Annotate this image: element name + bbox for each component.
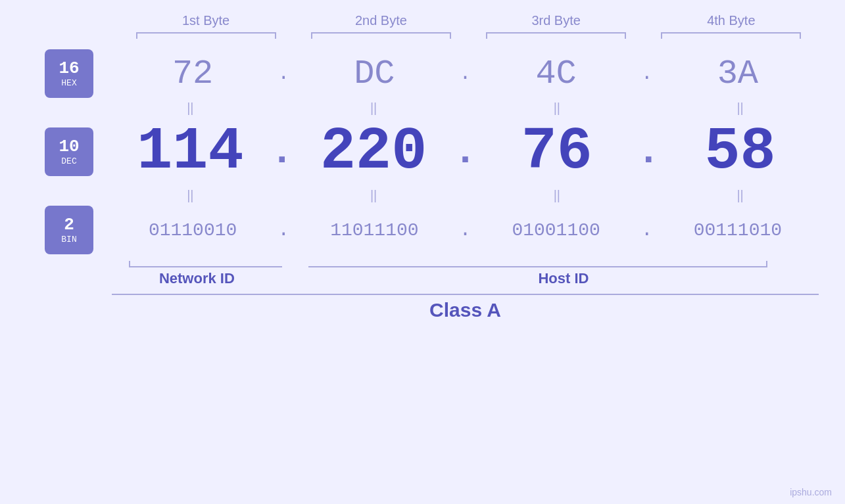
equals-row-1: || || || || <box>26 98 819 118</box>
dec-dot-3: . <box>635 129 662 174</box>
hex-label-container: 16 HEX <box>26 49 112 98</box>
hex-row: 16 HEX 72 . DC . 4C . 3A <box>26 49 819 98</box>
bin-badge-number: 2 <box>64 216 74 235</box>
eq2-1: || <box>112 185 269 206</box>
bottom-brackets <box>26 257 819 267</box>
host-id-label: Host ID <box>308 270 819 287</box>
bracket-2 <box>293 32 468 43</box>
dec-dot-2: . <box>452 129 479 174</box>
hex-byte-1: 72 <box>112 55 274 93</box>
main-container: 1st Byte 2nd Byte 3rd Byte 4th Byte 16 H… <box>0 0 845 504</box>
dec-byte-1: 114 <box>112 118 269 185</box>
dec-label-container: 10 DEC <box>26 127 112 176</box>
equals-row-2: || || || || <box>26 185 819 206</box>
bin-byte-1: 01110010 <box>112 220 274 241</box>
network-host-labels: Network ID Host ID <box>26 270 819 287</box>
byte-header-1: 1st Byte <box>118 13 293 32</box>
host-bracket <box>308 257 819 267</box>
byte-header-3: 3rd Byte <box>469 13 644 32</box>
bracket-1 <box>118 32 293 43</box>
bin-byte-3: 01001100 <box>475 220 637 241</box>
eq2-3: || <box>479 185 636 206</box>
dec-dot-1: . <box>269 129 295 174</box>
eq2-4: || <box>662 185 819 206</box>
dec-badge: 10 DEC <box>45 127 93 176</box>
byte-header-4: 4th Byte <box>644 13 819 32</box>
dec-byte-3: 76 <box>479 118 636 185</box>
eq1-1: || <box>112 98 269 118</box>
bin-label-container: 2 BIN <box>26 206 112 254</box>
bin-byte-2: 11011100 <box>293 220 455 241</box>
eq1-3: || <box>479 98 636 118</box>
byte-headers-row: 1st Byte 2nd Byte 3rd Byte 4th Byte <box>26 13 819 32</box>
eq1-4: || <box>662 98 819 118</box>
dec-badge-base: DEC <box>61 156 76 166</box>
hex-dot-2: . <box>456 62 475 85</box>
dec-byte-2: 220 <box>295 118 452 185</box>
class-section: Class A <box>26 294 819 321</box>
hex-byte-4: 3A <box>657 55 819 93</box>
bin-badge: 2 BIN <box>45 206 93 254</box>
dec-byte-4: 58 <box>662 118 819 185</box>
network-id-label: Network ID <box>112 270 282 287</box>
hex-dot-3: . <box>637 62 657 85</box>
bin-badge-base: BIN <box>61 235 76 244</box>
class-label: Class A <box>26 299 819 321</box>
hex-dot-1: . <box>274 62 293 85</box>
top-brackets <box>26 32 819 43</box>
class-bracket-line <box>26 294 819 295</box>
bin-dot-3: . <box>637 219 657 241</box>
hex-badge-base: HEX <box>61 78 76 88</box>
hex-badge-number: 16 <box>59 59 79 78</box>
bin-dot-1: . <box>274 219 293 241</box>
network-bracket <box>112 257 282 267</box>
hex-values: 72 . DC . 4C . 3A <box>112 55 819 93</box>
eq2-2: || <box>295 185 452 206</box>
watermark: ipshu.com <box>790 487 832 497</box>
bin-dot-2: . <box>456 219 475 241</box>
dec-row: 10 DEC 114 . 220 . 76 . 58 <box>26 118 819 185</box>
hex-byte-2: DC <box>293 55 455 93</box>
class-bracket-inner <box>112 294 819 295</box>
dec-values: 114 . 220 . 76 . 58 <box>112 118 819 185</box>
hex-badge: 16 HEX <box>45 49 93 98</box>
bracket-4 <box>644 32 819 43</box>
eq1-2: || <box>295 98 452 118</box>
bracket-3 <box>469 32 644 43</box>
bin-row: 2 BIN 01110010 . 11011100 . 01001100 . 0… <box>26 206 819 254</box>
hex-byte-3: 4C <box>475 55 637 93</box>
dec-badge-number: 10 <box>59 137 79 156</box>
byte-header-2: 2nd Byte <box>293 13 468 32</box>
bin-values: 01110010 . 11011100 . 01001100 . 0011101… <box>112 219 819 241</box>
bin-byte-4: 00111010 <box>657 220 819 241</box>
